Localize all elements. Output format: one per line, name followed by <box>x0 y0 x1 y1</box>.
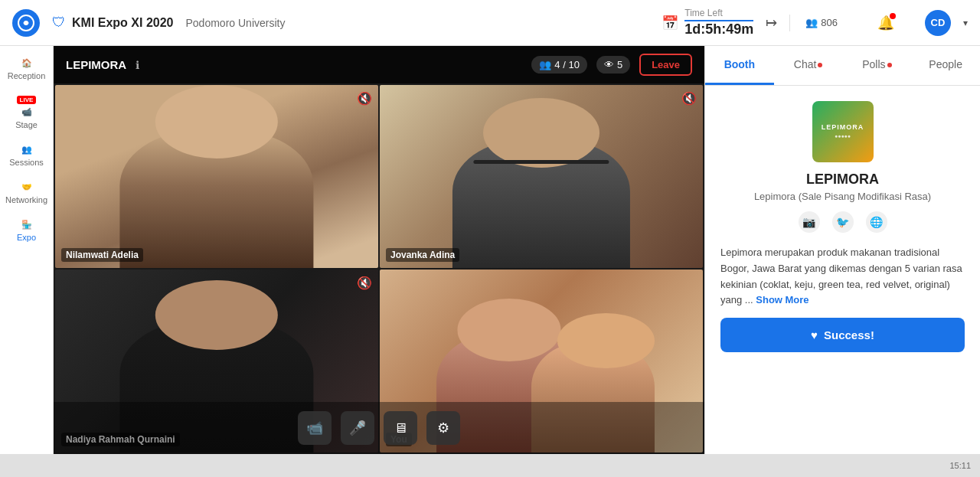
app-logo <box>12 9 40 37</box>
video-header: LEPIMORA ℹ 👥 4 / 10 👁 5 Leave <box>54 46 704 83</box>
notification-badge <box>890 13 896 19</box>
camera-button[interactable]: 📹 <box>298 411 332 445</box>
sidebar: 🏠 Reception LIVE 📹 Stage 👥 Sessions 🤝 Ne… <box>0 46 54 454</box>
header: 🛡 KMI Expo XI 2020 Podomoro University 📅… <box>0 0 980 46</box>
show-more-button[interactable]: Show More <box>756 294 808 305</box>
booth-logo-text: LEPIMORA ●●●●● <box>822 123 864 139</box>
mute-icon-2: 🔇 <box>681 91 697 106</box>
video-grid: 🔇 Nilamwati Adelia 🔇 Jovanka Adina � <box>54 83 704 454</box>
people-count: 👥 806 <box>805 17 838 28</box>
video-controls: 📹 🎤 🖥 ⚙ <box>54 402 704 454</box>
mute-icon-3: 🔇 <box>357 276 372 290</box>
room-title: LEPIMORA <box>66 58 126 71</box>
eye-icon: 👁 <box>604 59 614 70</box>
sidebar-label-stage: Stage <box>15 120 38 129</box>
svg-point-1 <box>24 21 28 25</box>
heart-icon: ♥ <box>811 328 818 341</box>
participants-badge: 👥 4 / 10 <box>531 56 587 74</box>
mute-icon-1: 🔇 <box>357 91 372 106</box>
sidebar-label-expo: Expo <box>17 233 36 242</box>
sidebar-label-networking: Networking <box>5 195 47 204</box>
home-icon: 🏠 <box>21 58 32 68</box>
video-feed-2 <box>380 85 703 268</box>
booth-description: Lepimora merupakan produk makanan tradis… <box>720 245 965 309</box>
viewers-count: 5 <box>617 59 622 70</box>
time-label: Time Left <box>684 8 753 21</box>
brand: 🛡 KMI Expo XI 2020 Podomoro University <box>52 15 285 31</box>
time-info: Time Left 1d:5h:49m <box>684 8 753 38</box>
networking-icon: 🤝 <box>21 182 32 192</box>
avatar-chevron-icon[interactable]: ▾ <box>963 18 968 28</box>
tab-polls-label: Polls <box>862 58 885 70</box>
chat-dot <box>818 63 822 67</box>
success-button[interactable]: ♥ Success! <box>720 318 965 352</box>
university-name: Podomoro University <box>186 17 286 29</box>
booth-content: LEPIMORA ●●●●● LEPIMORA Lepimora (Sale P… <box>705 86 980 454</box>
sidebar-item-stage[interactable]: LIVE 📹 Stage <box>0 90 53 136</box>
tab-chat[interactable]: Chat <box>774 46 843 85</box>
sidebar-label-reception: Reception <box>8 71 46 80</box>
booth-logo-inner: LEPIMORA ●●●●● <box>812 101 874 162</box>
settings-button[interactable]: ⚙ <box>426 411 460 445</box>
main-content: 🏠 Reception LIVE 📹 Stage 👥 Sessions 🤝 Ne… <box>0 46 980 454</box>
sidebar-label-sessions: Sessions <box>9 158 44 167</box>
time-display: 📅 Time Left 1d:5h:49m <box>662 8 753 38</box>
people-icon: 👥 <box>805 17 818 28</box>
participant-name-2: Jovanka Adina <box>386 248 459 262</box>
exit-section: ↦ <box>766 15 790 31</box>
sidebar-item-expo[interactable]: 🏪 Expo <box>0 214 53 248</box>
tab-people[interactable]: People <box>911 46 980 85</box>
calendar-icon: 📅 <box>662 15 678 31</box>
video-feed-1 <box>55 85 378 268</box>
time-value: 1d:5h:49m <box>684 21 753 38</box>
tab-booth[interactable]: Booth <box>705 46 774 85</box>
video-cell-1: 🔇 Nilamwati Adelia <box>55 85 378 268</box>
booth-name: LEPIMORA <box>720 172 965 188</box>
booth-subtitle: Lepimora (Sale Pisang Modifikasi Rasa) <box>720 191 965 202</box>
tab-booth-label: Booth <box>724 58 755 70</box>
right-panel: Booth Chat Polls People LEPIMORA ●●●●● <box>704 46 980 454</box>
success-label: Success! <box>824 328 874 341</box>
app-title: KMI Expo XI 2020 <box>72 16 174 30</box>
polls-dot <box>887 63 892 67</box>
microphone-button[interactable]: 🎤 <box>341 411 374 445</box>
booth-logo-container: LEPIMORA ●●●●● <box>720 101 965 162</box>
screen-share-button[interactable]: 🖥 <box>384 411 417 445</box>
stage-icon: 📹 <box>21 107 32 117</box>
bottom-bar: 15:11 <box>0 454 980 477</box>
expo-icon: 🏪 <box>21 220 32 230</box>
exit-icon: ↦ <box>766 15 777 31</box>
video-area: LEPIMORA ℹ 👥 4 / 10 👁 5 Leave 🔇 <box>54 46 704 454</box>
live-badge: LIVE <box>17 96 37 104</box>
user-avatar[interactable]: CD <box>925 10 951 36</box>
participants-icon: 👥 <box>539 59 551 70</box>
info-icon[interactable]: ℹ <box>136 59 139 71</box>
booth-logo: LEPIMORA ●●●●● <box>812 101 874 162</box>
sessions-icon: 👥 <box>21 145 32 155</box>
tab-polls[interactable]: Polls <box>843 46 912 85</box>
right-tabs: Booth Chat Polls People <box>705 46 980 86</box>
viewers-badge: 👁 5 <box>596 56 630 74</box>
tab-chat-label: Chat <box>794 58 817 70</box>
twitter-icon[interactable]: 🐦 <box>832 211 854 233</box>
system-time: 15:11 <box>949 461 971 470</box>
tab-people-label: People <box>929 58 962 70</box>
participant-name-1: Nilamwati Adelia <box>61 248 143 262</box>
instagram-icon[interactable]: 📷 <box>799 211 820 233</box>
leave-button[interactable]: Leave <box>639 54 692 76</box>
video-cell-2: 🔇 Jovanka Adina <box>380 85 703 268</box>
notification-bell[interactable]: 🔔 <box>877 15 894 31</box>
sidebar-item-sessions[interactable]: 👥 Sessions <box>0 139 53 173</box>
people-number: 806 <box>821 17 838 28</box>
booth-social: 📷 🐦 🌐 <box>720 211 965 233</box>
participants-count: 4 / 10 <box>554 59 580 70</box>
website-icon[interactable]: 🌐 <box>866 211 887 233</box>
sidebar-item-networking[interactable]: 🤝 Networking <box>0 176 53 211</box>
sidebar-item-reception[interactable]: 🏠 Reception <box>0 52 53 87</box>
shield-icon: 🛡 <box>52 15 66 31</box>
